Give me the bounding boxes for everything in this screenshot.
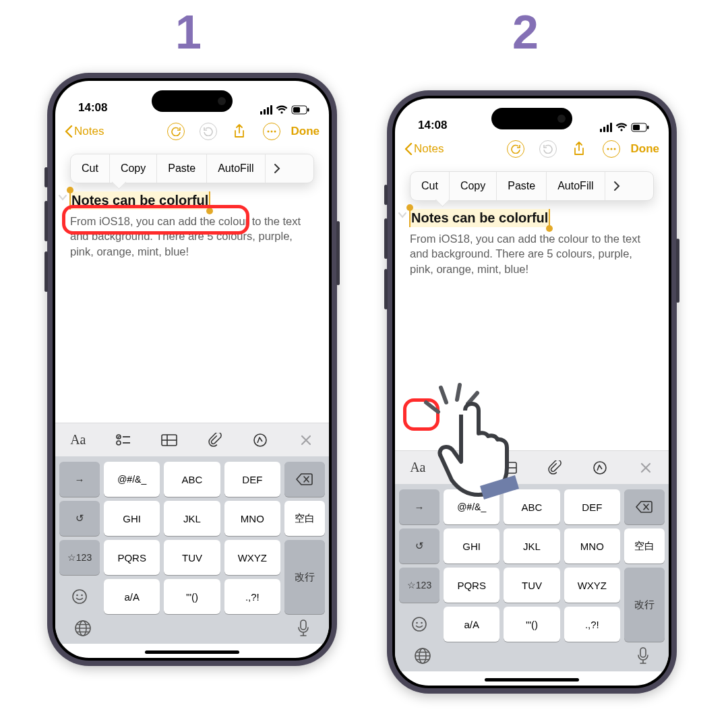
key-tuv[interactable]: TUV (164, 540, 220, 575)
key-quote[interactable]: '"() (164, 579, 220, 614)
context-menu: Cut Copy Paste AutoFill (410, 171, 654, 201)
key-enter[interactable]: 改行 (624, 568, 665, 642)
home-indicator[interactable] (145, 650, 239, 654)
key-wxyz[interactable]: WXYZ (564, 568, 620, 603)
done-button[interactable]: Done (631, 142, 660, 156)
key-undo[interactable]: ↺ (399, 528, 439, 564)
key-jkl[interactable]: JKL (164, 501, 220, 536)
key-undo[interactable]: ↺ (59, 501, 100, 536)
key-mno[interactable]: MNO (224, 501, 280, 536)
more-button[interactable] (263, 123, 280, 140)
nav-toolbar: Notes Done (395, 135, 669, 163)
ctx-more-icon[interactable] (266, 154, 289, 183)
key-emoji[interactable] (59, 579, 100, 614)
svg-rect-41 (640, 648, 646, 657)
format-attach-button[interactable] (540, 456, 570, 480)
format-close-button[interactable] (631, 456, 661, 480)
key-punct[interactable]: .,?! (564, 607, 620, 642)
step-number-2: 2 (512, 5, 539, 59)
step-number-1: 1 (175, 5, 202, 59)
key-enter[interactable]: 改行 (284, 540, 325, 614)
format-markup-button[interactable] (585, 456, 615, 480)
share-button[interactable] (570, 140, 588, 158)
svg-point-16 (81, 595, 83, 597)
selection-handle-start[interactable] (67, 187, 73, 193)
key-mode[interactable]: ☆123 (399, 568, 439, 603)
note-content[interactable]: Notes can be colorful From iOS18, you ca… (395, 204, 669, 276)
fold-chevron-icon[interactable] (58, 193, 67, 205)
note-content[interactable]: Notes can be colorful From iOS18, you ca… (55, 186, 329, 259)
svg-point-15 (76, 595, 78, 597)
ctx-more-icon[interactable] (605, 172, 628, 200)
ctx-paste[interactable]: Paste (157, 154, 207, 183)
globe-button[interactable] (414, 647, 431, 667)
format-table-button[interactable] (154, 428, 184, 452)
svg-point-5 (274, 131, 276, 133)
selected-title[interactable]: Notes can be colorful (70, 191, 210, 210)
key-next[interactable]: → (59, 462, 100, 497)
more-button[interactable] (603, 140, 620, 158)
nav-toolbar: Notes Done (55, 117, 329, 146)
key-punct[interactable]: .,?! (224, 579, 280, 614)
key-wxyz[interactable]: WXYZ (224, 540, 280, 575)
format-checklist-button[interactable] (109, 428, 138, 452)
selected-title[interactable]: Notes can be colorful (410, 209, 549, 227)
format-text-button[interactable]: Aa (63, 428, 93, 452)
done-button[interactable]: Done (291, 125, 320, 138)
svg-rect-2 (307, 109, 309, 112)
key-pqrs[interactable]: PQRS (444, 568, 499, 603)
key-space[interactable]: 空白 (284, 501, 325, 536)
key-def[interactable]: DEF (564, 489, 620, 524)
selection-handle-start[interactable] (406, 204, 413, 211)
battery-icon (291, 105, 310, 115)
back-button[interactable]: Notes (404, 142, 444, 156)
key-tuv[interactable]: TUV (504, 568, 559, 603)
svg-point-13 (254, 434, 266, 446)
key-delete[interactable] (284, 462, 325, 497)
key-ghi[interactable]: GHI (104, 501, 160, 536)
undo-button[interactable] (507, 140, 524, 158)
svg-rect-20 (301, 620, 306, 630)
ctx-cut[interactable]: Cut (71, 154, 110, 183)
mic-button[interactable] (297, 619, 310, 640)
fold-chevron-icon[interactable] (398, 210, 407, 222)
key-emoji[interactable] (399, 607, 439, 642)
ctx-autofill[interactable]: AutoFill (207, 154, 265, 183)
home-indicator[interactable] (485, 678, 579, 681)
mic-button[interactable] (636, 647, 650, 667)
key-sym[interactable]: @#/&_ (104, 462, 160, 497)
key-case[interactable]: a/A (104, 579, 160, 614)
key-jkl[interactable]: JKL (504, 528, 559, 564)
key-delete[interactable] (624, 489, 665, 524)
undo-button[interactable] (167, 123, 185, 140)
svg-rect-1 (293, 107, 300, 113)
key-space[interactable]: 空白 (624, 528, 665, 564)
key-quote[interactable]: '"() (504, 607, 559, 642)
key-case[interactable]: a/A (444, 607, 499, 642)
redo-button[interactable] (539, 140, 557, 158)
key-ghi[interactable]: GHI (444, 528, 499, 564)
back-button[interactable]: Notes (65, 125, 104, 138)
ctx-copy[interactable]: Copy (110, 154, 157, 183)
ctx-paste[interactable]: Paste (497, 172, 547, 200)
svg-point-4 (271, 131, 273, 133)
ctx-copy[interactable]: Copy (450, 172, 497, 200)
note-title-text: Notes can be colorful (411, 210, 548, 225)
ctx-cut[interactable]: Cut (411, 172, 450, 200)
redo-button[interactable] (200, 123, 217, 140)
key-mno[interactable]: MNO (564, 528, 620, 564)
share-button[interactable] (231, 123, 248, 140)
globe-button[interactable] (74, 619, 92, 640)
key-abc[interactable]: ABC (164, 462, 220, 497)
format-toolbar: Aa (55, 423, 329, 456)
format-attach-button[interactable] (200, 428, 230, 452)
format-close-button[interactable] (291, 428, 321, 452)
ctx-autofill[interactable]: AutoFill (547, 172, 605, 200)
note-body-text: From iOS18, you can add the colour to th… (410, 231, 657, 276)
key-mode[interactable]: ☆123 (59, 540, 100, 575)
svg-point-24 (607, 148, 609, 150)
svg-rect-22 (633, 125, 640, 130)
format-markup-button[interactable] (245, 428, 275, 452)
key-def[interactable]: DEF (224, 462, 280, 497)
key-pqrs[interactable]: PQRS (104, 540, 160, 575)
